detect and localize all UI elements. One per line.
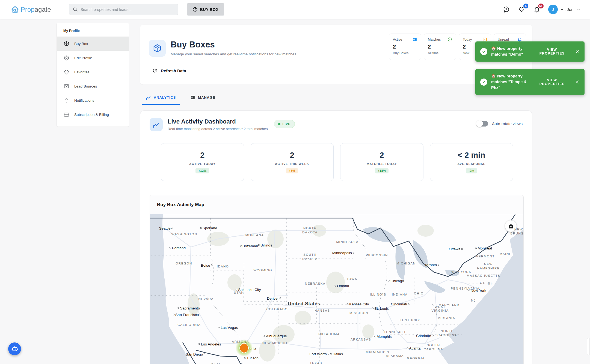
map-city-label: Ottawa <box>449 247 463 251</box>
activity-map[interactable]: WASHINGTONOREGONCALIFORNIANEVADAIDAHOMON… <box>150 214 524 364</box>
check-circle-icon <box>447 37 452 42</box>
tab-manage[interactable]: MANAGE <box>187 93 219 105</box>
sidebar-item-subscription-billing[interactable]: Subscription & Billing <box>57 107 129 122</box>
city-dot-icon <box>178 307 179 309</box>
search-input[interactable] <box>81 7 175 12</box>
mini-stat-label: Active <box>393 38 402 41</box>
stat-label: MATCHES TODAY <box>367 162 397 166</box>
map-state-label: NEW MEXICO <box>262 341 287 345</box>
sidebar-item-label: Notifications <box>74 98 94 103</box>
sidebar-item-buy-box[interactable]: Buy Box <box>57 37 129 51</box>
sidebar-item-notifications[interactable]: Notifications <box>57 93 129 107</box>
sidebar-item-label: Edit Profile <box>74 56 92 60</box>
stat-value: 2 <box>290 151 294 160</box>
map-state-label: ALABAMA <box>386 354 404 358</box>
close-icon[interactable] <box>575 80 580 84</box>
sidebar-header: My Profile <box>57 29 129 37</box>
map-city-label: Omaha <box>334 284 349 288</box>
city-dot-icon <box>204 353 205 355</box>
mini-stat-label: Matches <box>428 38 441 41</box>
stat-value: < 2 min <box>458 151 485 160</box>
mini-stat-label: Today <box>463 38 472 41</box>
help-bubble-icon <box>503 6 510 13</box>
mini-stat-value: 2 <box>428 44 452 50</box>
line-chart-icon <box>146 95 151 100</box>
box-icon <box>192 7 198 12</box>
user-greeting: Hi, Jon <box>561 7 574 12</box>
sidebar-item-edit-profile[interactable]: Edit Profile <box>57 51 129 65</box>
auto-rotate-toggle[interactable] <box>477 121 488 127</box>
map-state-label: BAJA CALIFORNIA <box>204 363 228 364</box>
map-city-label: Cincinnati <box>391 302 409 306</box>
mini-stat-value: 2 <box>393 44 417 50</box>
box-icon <box>63 41 69 47</box>
map-state-label: OREGON <box>176 261 192 265</box>
city-dot-icon <box>244 357 246 359</box>
map-city-label: Albuquerque <box>263 334 287 338</box>
tab-analytics[interactable]: ANALYTICS <box>142 93 180 105</box>
buy-boxes-header-card: Buy Boxes Manage your saved searches and… <box>140 25 532 85</box>
city-dot-icon <box>407 347 408 349</box>
map-state-label: IDAHO <box>217 264 229 268</box>
tab-label: ANALYTICS <box>154 95 176 100</box>
grid-icon <box>191 95 195 100</box>
city-dot-icon <box>211 264 213 266</box>
stat-delta-badge: +12% <box>195 168 209 173</box>
stat-value: 2 <box>200 151 204 160</box>
map-state-label: NEW HAMPSHIRE <box>477 262 500 270</box>
sidebar-item-favorites[interactable]: Favorites <box>57 65 129 79</box>
stat-label: ACTIVE THIS WEEK <box>275 162 309 166</box>
map-state-label: SOUTH CAROLINA <box>424 344 443 352</box>
city-dot-icon <box>475 247 477 249</box>
logo-text-agate: agate <box>35 6 51 13</box>
app-logo[interactable]: Propagate <box>11 5 51 14</box>
map-country-label: United States <box>288 301 320 306</box>
toast-message: 🏠 New property matches "Tempe & Phx" <box>491 73 532 91</box>
map-city-label: Spokane <box>200 226 217 230</box>
buy-box-button[interactable]: BUY BOX <box>187 3 224 16</box>
assistant-chat-button[interactable] <box>8 342 21 355</box>
sidebar-item-label: Lead Sources <box>74 84 97 88</box>
view-properties-button[interactable]: VIEW PROPERTIES <box>536 48 568 55</box>
user-menu[interactable]: J Hi, Jon <box>548 5 581 14</box>
map-city-label: Charlotte <box>416 333 434 338</box>
refresh-data-button[interactable]: Refresh Data <box>152 68 186 73</box>
search-icon <box>73 7 78 12</box>
map-city-label: Las Vegas <box>218 325 238 329</box>
map-state-label: NEW YORK <box>451 270 471 274</box>
buy-boxes-icon-tile <box>149 40 166 57</box>
help-chat-button[interactable] <box>502 5 511 14</box>
map-state-label: KANSAS <box>315 309 330 313</box>
map-city-label: Portland <box>170 246 186 250</box>
toggle-knob <box>476 120 483 127</box>
map-city-label: Denver <box>267 296 281 300</box>
map-state-label: VERMONT <box>476 254 495 258</box>
map-city-label: San Francisco <box>173 312 199 317</box>
map-state-label: VIRGINIA <box>438 316 455 320</box>
view-properties-button[interactable]: VIEW PROPERTIES <box>536 78 568 86</box>
mini-stat-active: Active 2 Buy Boxes <box>389 34 421 60</box>
page-title: Buy Boxes <box>171 40 296 50</box>
scrollbar-thumb[interactable] <box>587 338 589 355</box>
city-dot-icon <box>334 285 336 287</box>
sidebar-item-lead-sources[interactable]: Lead Sources <box>57 79 129 93</box>
map-state-label: NORTH DAKOTA <box>302 226 318 234</box>
sidebar-item-label: Buy Box <box>74 42 88 46</box>
map-state-label: MICHIGAN <box>396 261 416 265</box>
activity-marker-phoenix[interactable] <box>236 339 253 356</box>
city-dot-icon <box>328 353 329 355</box>
city-dot-icon <box>200 227 202 229</box>
map-state-label: RI <box>488 281 492 285</box>
global-search[interactable] <box>69 4 178 15</box>
map-city-label: Kansas City <box>347 302 369 306</box>
city-dot-icon <box>240 245 242 247</box>
buy-box-button-label: BUY BOX <box>200 7 219 12</box>
favorites-button[interactable]: 6 <box>518 5 526 14</box>
close-icon[interactable] <box>575 49 580 54</box>
notifications-button[interactable]: 61 <box>533 5 541 14</box>
bell-icon <box>517 37 522 42</box>
city-dot-icon <box>258 244 260 246</box>
map-city-label: Dallas <box>330 352 343 356</box>
sidebar-item-label: Favorites <box>74 70 90 74</box>
sidebar: My Profile Buy Box Edit Profile Favorite… <box>57 23 129 127</box>
